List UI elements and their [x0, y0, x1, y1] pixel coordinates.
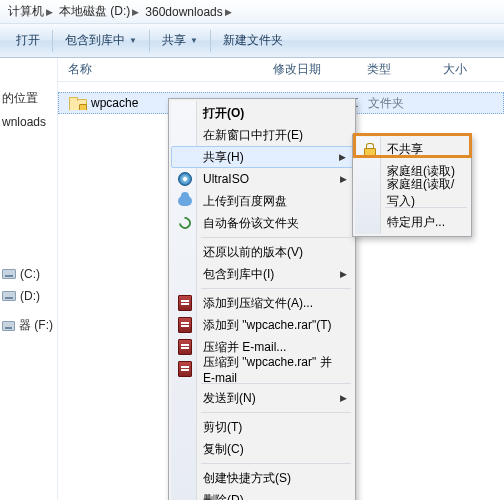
disc-icon — [177, 171, 193, 187]
bc-folder[interactable]: 360downloads▶ — [141, 0, 233, 23]
lock-icon — [79, 104, 87, 110]
chevron-right-icon: ▶ — [225, 7, 232, 17]
sidebar-item-drive-c[interactable]: (C:) — [0, 263, 57, 285]
ctx-copy[interactable]: 复制(C) — [171, 438, 353, 460]
bc-drive-d[interactable]: 本地磁盘 (D:)▶ — [55, 0, 141, 23]
sub-no-share[interactable]: 不共享 — [355, 138, 469, 160]
chevron-right-icon: ▶ — [46, 7, 53, 17]
ctx-share[interactable]: 共享(H)▶ — [171, 146, 353, 168]
open-button[interactable]: 打开 — [6, 28, 50, 54]
bc-computer[interactable]: 计算机▶ — [4, 0, 55, 23]
folder-icon — [69, 97, 85, 110]
ctx-cut[interactable]: 剪切(T) — [171, 416, 353, 438]
ctx-zip-rar-email[interactable]: 压缩到 "wpcache.rar" 并 E-mail — [171, 358, 353, 380]
ctx-open-new-window[interactable]: 在新窗口中打开(E) — [171, 124, 353, 146]
ctx-restore-version[interactable]: 还原以前的版本(V) — [171, 241, 353, 263]
file-type: 文件夹 — [358, 95, 434, 112]
drive-icon — [2, 291, 16, 301]
col-name[interactable]: 名称 — [58, 61, 263, 78]
sub-homegroup-rw[interactable]: 家庭组(读取/写入) — [355, 182, 469, 204]
submenu-arrow-icon: ▶ — [340, 174, 347, 184]
share-button[interactable]: 共享▼ — [152, 28, 208, 54]
ctx-include-library[interactable]: 包含到库中(I)▶ — [171, 263, 353, 285]
sidebar-item-drive-d[interactable]: (D:) — [0, 285, 57, 307]
chevron-down-icon: ▼ — [190, 36, 198, 45]
ctx-add-to-rar[interactable]: 添加到 "wpcache.rar"(T) — [171, 314, 353, 336]
ctx-delete[interactable]: 删除(D) — [171, 489, 353, 500]
toolbar: 打开 包含到库中▼ 共享▼ 新建文件夹 — [0, 24, 504, 58]
ctx-add-archive[interactable]: 添加到压缩文件(A)... — [171, 292, 353, 314]
sync-icon — [177, 215, 193, 231]
archive-icon — [177, 361, 193, 377]
column-headers[interactable]: 名称 修改日期 类型 大小 — [58, 58, 504, 82]
col-type[interactable]: 类型 — [357, 61, 433, 78]
cloud-icon — [177, 193, 193, 209]
chevron-down-icon: ▼ — [129, 36, 137, 45]
ctx-auto-backup[interactable]: 自动备份该文件夹 — [171, 212, 353, 234]
ctx-upload-baidu[interactable]: 上传到百度网盘 — [171, 190, 353, 212]
drive-icon — [2, 321, 15, 331]
sidebar-item-drive-f[interactable]: 器 (F:) — [0, 313, 57, 338]
ctx-ultraiso[interactable]: UltraISO▶ — [171, 168, 353, 190]
include-library-button[interactable]: 包含到库中▼ — [55, 28, 147, 54]
new-folder-button[interactable]: 新建文件夹 — [213, 28, 293, 54]
submenu-arrow-icon: ▶ — [339, 152, 346, 162]
archive-icon — [177, 317, 193, 333]
submenu-arrow-icon: ▶ — [340, 393, 347, 403]
sidebar: 的位置 wnloads (C:) (D:) 器 (F:) — [0, 58, 58, 500]
archive-icon — [177, 339, 193, 355]
breadcrumb[interactable]: 计算机▶ 本地磁盘 (D:)▶ 360downloads▶ — [0, 0, 504, 24]
sub-specific-users[interactable]: 特定用户... — [355, 211, 469, 233]
sidebar-item-location[interactable]: 的位置 — [0, 86, 57, 111]
lock-icon — [361, 141, 377, 157]
ctx-create-shortcut[interactable]: 创建快捷方式(S) — [171, 467, 353, 489]
context-menu[interactable]: 打开(O) 在新窗口中打开(E) 共享(H)▶ UltraISO▶ 上传到百度网… — [168, 98, 356, 500]
chevron-right-icon: ▶ — [132, 7, 139, 17]
ctx-send-to[interactable]: 发送到(N)▶ — [171, 387, 353, 409]
drive-icon — [2, 269, 16, 279]
col-date[interactable]: 修改日期 — [263, 61, 357, 78]
sidebar-item-downloads[interactable]: wnloads — [0, 111, 57, 133]
archive-icon — [177, 295, 193, 311]
col-size[interactable]: 大小 — [433, 61, 504, 78]
ctx-open[interactable]: 打开(O) — [171, 102, 353, 124]
share-submenu[interactable]: 不共享 家庭组(读取) 家庭组(读取/写入) 特定用户... — [352, 134, 472, 237]
submenu-arrow-icon: ▶ — [340, 269, 347, 279]
